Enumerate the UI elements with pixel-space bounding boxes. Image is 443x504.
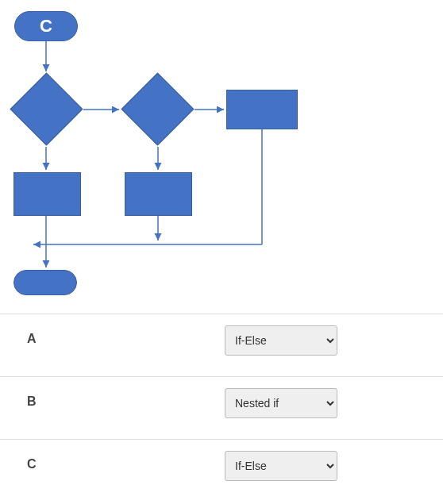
answer-row-b: B If-ElseNested if [0,377,443,440]
answer-select-b[interactable]: If-ElseNested if [225,388,337,418]
answer-select-a[interactable]: If-ElseNested if [225,325,337,356]
flow-start-terminator: C [14,11,78,41]
flow-arrows [0,0,443,314]
answer-select-c[interactable]: If-ElseNested if [225,451,337,481]
flow-process-mid [125,172,192,216]
flowchart-diagram: C [0,0,443,314]
answer-row-c: C If-ElseNested if [0,440,443,502]
flow-decision-2 [132,83,183,135]
flow-start-label: C [40,16,52,37]
flow-end-terminator [13,270,77,295]
answers-section: A If-ElseNested if B If-ElseNested if C … [0,314,443,502]
answer-row-a: A If-ElseNested if [0,314,443,377]
answer-label-a: A [6,325,225,346]
flow-process-right [226,90,298,129]
flow-decision-1 [21,83,72,135]
flow-process-left [13,172,81,216]
answer-label-c: C [6,451,225,471]
answer-label-b: B [6,388,225,409]
